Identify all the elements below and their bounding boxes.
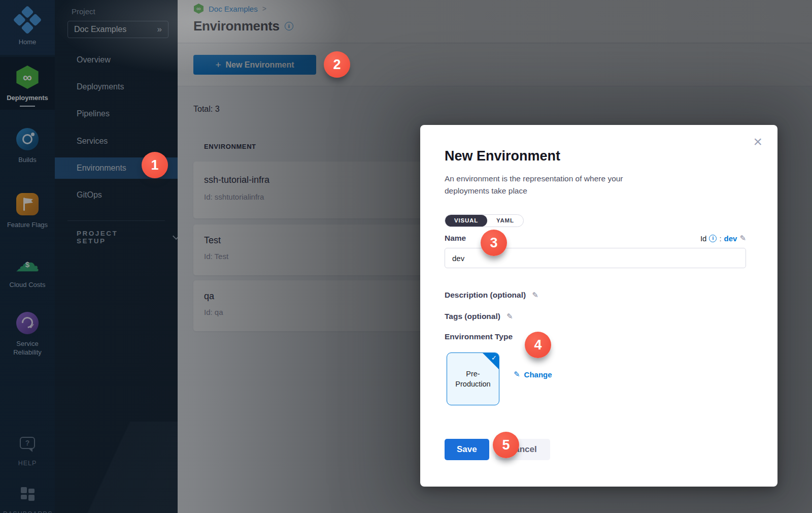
tags-label: Tags (optional) (445, 312, 500, 321)
id-info-icon[interactable]: i (709, 235, 717, 242)
id-separator: : (719, 234, 721, 243)
modal-title: New Environment (445, 148, 560, 164)
new-environment-modal: × New Environment An environment is the … (420, 125, 777, 487)
environment-type-card-pre-production[interactable]: Pre-Production ✓ (447, 352, 499, 405)
visual-yaml-toggle: VISUAL YAML (445, 214, 524, 227)
environment-type-value: Pre-Production (453, 369, 493, 389)
id-label: Id (700, 234, 707, 243)
app-window: Home ∞ Deployments Builds Feature Flags … (0, 0, 812, 513)
modal-subtitle: An environment is the representation of … (445, 173, 650, 197)
tab-visual[interactable]: VISUAL (445, 215, 487, 227)
name-label: Name (445, 234, 466, 243)
check-icon: ✓ (491, 354, 497, 362)
edit-id-pencil-icon[interactable]: ✎ (739, 234, 746, 243)
description-label: Description (optional) (445, 291, 526, 300)
change-environment-type[interactable]: ✎ Change (514, 370, 552, 379)
change-pencil-icon: ✎ (514, 370, 520, 379)
annotation-badge-4: 4 (525, 332, 551, 358)
annotation-badge-1: 1 (142, 152, 168, 178)
close-icon[interactable]: × (753, 134, 762, 149)
id-value: dev (724, 234, 737, 243)
edit-tags-pencil-icon[interactable]: ✎ (506, 312, 513, 321)
change-link: Change (524, 370, 552, 379)
environment-type-label: Environment Type (445, 332, 513, 341)
tab-yaml[interactable]: YAML (487, 215, 523, 227)
annotation-badge-5: 5 (493, 432, 519, 458)
edit-description-pencil-icon[interactable]: ✎ (532, 291, 538, 300)
annotation-badge-3: 3 (481, 230, 507, 256)
annotation-badge-2: 2 (324, 51, 350, 78)
save-button[interactable]: Save (445, 439, 489, 460)
